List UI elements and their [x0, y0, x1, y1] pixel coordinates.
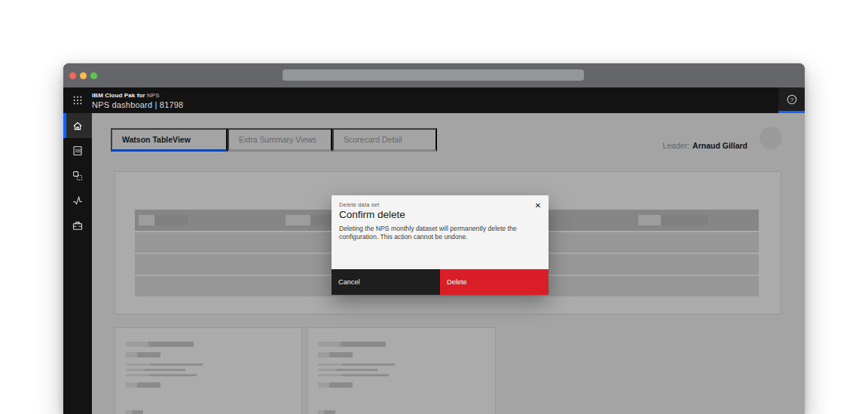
product-name: IBM Cloud Pak for NPS — [92, 93, 183, 99]
browser-window: IBM Cloud Pak for NPS NPS dashboard | 81… — [63, 63, 805, 414]
sidebar-item-home[interactable] — [63, 113, 92, 138]
product-name-strong: IBM Cloud Pak for — [92, 92, 145, 99]
address-bar[interactable] — [283, 69, 584, 81]
product-name-suffix: NPS — [147, 92, 160, 99]
modal-title: Confirm delete — [339, 209, 405, 220]
help-icon: ? — [786, 94, 798, 106]
report-icon — [72, 145, 84, 157]
header-titles: IBM Cloud Pak for NPS NPS dashboard | 81… — [92, 92, 183, 109]
sidebar-nav — [63, 113, 92, 414]
modal-context-label: Delete data set — [339, 201, 379, 208]
app-body: Watson TableView Extra Summary Views Sco… — [63, 113, 805, 414]
delete-button[interactable]: Delete — [440, 269, 549, 295]
active-indicator — [63, 113, 66, 138]
traffic-lights — [69, 72, 97, 79]
grid-icon — [72, 95, 83, 106]
sidebar-item-data-sets[interactable] — [63, 163, 92, 188]
sidebar-item-toolbox[interactable] — [63, 213, 92, 238]
cancel-button[interactable]: Cancel — [332, 269, 440, 295]
app-header: IBM Cloud Pak for NPS NPS dashboard | 81… — [63, 87, 805, 113]
sidebar-item-activity[interactable] — [63, 188, 92, 213]
help-button[interactable]: ? — [778, 87, 805, 113]
modal-body-text: Deleting the NPS monthly dataset will pe… — [339, 225, 524, 241]
sidebar-item-report[interactable] — [63, 138, 92, 163]
page-title: NPS dashboard | 81798 — [92, 101, 183, 109]
desktop: IBM Cloud Pak for NPS NPS dashboard | 81… — [0, 0, 868, 414]
window-close-button[interactable] — [69, 72, 76, 79]
window-minimize-button[interactable] — [80, 72, 87, 79]
app-switcher-button[interactable] — [63, 87, 92, 113]
window-maximize-button[interactable] — [90, 72, 97, 79]
main-content: Watson TableView Extra Summary Views Sco… — [92, 113, 805, 414]
confirm-delete-modal: Delete data set Confirm delete Deleting … — [332, 195, 549, 295]
toolbox-icon — [72, 219, 84, 232]
window-titlebar — [63, 63, 805, 87]
activity-icon — [72, 195, 84, 207]
modal-footer: Cancel Delete — [332, 269, 549, 295]
home-icon — [72, 120, 84, 132]
svg-text:?: ? — [790, 97, 793, 103]
data-sets-icon — [72, 170, 84, 182]
close-icon[interactable]: ✕ — [531, 198, 545, 212]
